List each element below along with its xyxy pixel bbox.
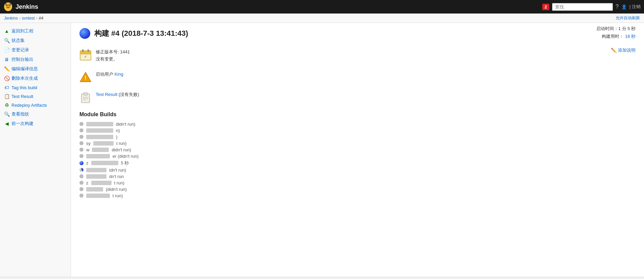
changes-icon: 📄 xyxy=(4,47,9,53)
revision-text: 修正版本号: 1441 没有变更。 xyxy=(96,49,130,63)
module-status-dot xyxy=(79,194,84,198)
test-icon: 📋 xyxy=(4,94,9,99)
module-status-dot xyxy=(79,148,84,152)
sidebar-item-prev-build[interactable]: ◀ 前一次构建 xyxy=(0,119,71,128)
layout: ▲ 返回到工程 🔍 状态集 📄 变更记录 🖥 控制台输出 ✏️ 编辑编译信息 🚫… xyxy=(0,23,644,277)
test-result-info-item: Test Result (没有失败) xyxy=(79,90,636,105)
sidebar-item-return-to-project[interactable]: ▲ 返回到工程 xyxy=(0,26,71,36)
svg-point-1 xyxy=(6,3,10,9)
breadcrumb-build-num: #4 xyxy=(39,16,43,21)
sidebar-item-console[interactable]: 🖥 控制台输出 xyxy=(0,55,71,64)
revision-title: 修正版本号: 1441 xyxy=(96,49,130,56)
module-suffix: (didn't run) xyxy=(106,187,127,192)
svg-rect-15 xyxy=(84,93,88,95)
build-status-sphere xyxy=(79,28,90,39)
test-result-text: Test Result (没有失败) xyxy=(96,91,139,98)
delete-icon: 🚫 xyxy=(4,76,9,81)
breadcrumb-svntest[interactable]: svntest xyxy=(22,16,35,21)
sidebar-item-fingerprints[interactable]: 🔍 查看指纹 xyxy=(0,109,71,119)
module-status-dot xyxy=(79,154,84,158)
footer: https://blog.csdn.net/qq_36014509 xyxy=(0,277,644,279)
breadcrumb-right: 允许自动刷新 xyxy=(616,15,640,21)
navbar-left: Jenkins xyxy=(3,2,38,11)
module-item: w didn't run) xyxy=(79,147,636,153)
redeploy-icon: ♻ xyxy=(4,102,9,108)
sidebar-item-test-result[interactable]: 📋 Test Result xyxy=(0,92,71,101)
breadcrumb-jenkins[interactable]: Jenkins xyxy=(4,16,18,21)
trigger-info-item: ! 启动用户 King xyxy=(79,70,636,84)
build-info-section: ✓ 修正版本号: 1441 没有变更。 ! 启动用户 xyxy=(79,47,636,105)
svg-rect-7 xyxy=(80,51,91,54)
module-suffix: n) xyxy=(116,128,120,133)
sidebar-label-delete: 删除本次生成 xyxy=(11,75,38,81)
page-header: 构建 #4 (2018-7-3 13:41:43) xyxy=(79,28,596,39)
sidebar-item-tag-build[interactable]: 🏷 Tag this build xyxy=(0,83,71,92)
build-time-link[interactable]: 18 秒 xyxy=(625,34,636,39)
sidebar-item-redeploy[interactable]: ♻ Redeploy Artifacts xyxy=(0,101,71,109)
module-suffix: dn't run xyxy=(109,174,124,179)
warning-icon: ! xyxy=(79,71,92,83)
module-status-dot xyxy=(79,161,84,165)
module-builds-section: Module Builds didn't run) n) ) sy t run) xyxy=(79,111,636,199)
test-result-link[interactable]: Test Result xyxy=(96,92,117,97)
trigger-label: 启动用户 xyxy=(96,72,113,77)
sidebar-label-fingerprints: 查看指纹 xyxy=(11,111,29,117)
module-status-dot xyxy=(79,122,84,126)
edit-icon: ✏️ xyxy=(4,66,9,72)
module-name-redacted xyxy=(86,168,106,172)
sidebar-label-status: 状态集 xyxy=(11,37,25,44)
svg-text:✓: ✓ xyxy=(84,55,87,58)
module-item: n) xyxy=(79,127,636,134)
module-item: t run) xyxy=(79,193,636,199)
add-description-link[interactable]: ✏️ 添加说明 xyxy=(611,47,636,53)
module-name-redacted xyxy=(86,135,113,139)
module-suffix: 5 秒 xyxy=(121,160,129,166)
sidebar-item-edit-build[interactable]: ✏️ 编辑编译信息 xyxy=(0,64,71,74)
test-result-suffix: (没有失败) xyxy=(119,92,139,97)
build-stats: 启动时间：1 分 5 秒 构建用时： 18 秒 xyxy=(596,25,636,41)
sidebar-item-status[interactable]: 🔍 状态集 xyxy=(0,36,71,45)
module-name-redacted xyxy=(91,181,112,185)
sidebar-label-prev-build: 前一次构建 xyxy=(11,121,33,127)
module-prefix: z xyxy=(86,160,89,166)
sidebar-item-delete[interactable]: 🚫 删除本次生成 xyxy=(0,74,71,83)
navbar-title: Jenkins xyxy=(16,3,38,10)
svg-point-3 xyxy=(9,5,10,6)
sidebar-label-edit: 编辑编译信息 xyxy=(11,66,38,72)
breadcrumb-left: Jenkins › svntest › #4 xyxy=(4,16,43,21)
allow-auto-refresh-link[interactable]: 允许自动刷新 xyxy=(616,16,640,20)
notification-badge[interactable]: 2 xyxy=(542,4,549,10)
module-name-redacted xyxy=(86,154,110,158)
module-prefix: z xyxy=(86,180,89,185)
revision-info-item: ✓ 修正版本号: 1441 没有变更。 xyxy=(79,47,611,64)
sidebar-item-changes[interactable]: 📄 变更记录 xyxy=(0,45,71,55)
module-status-dot xyxy=(79,187,84,191)
add-description-label: 添加说明 xyxy=(618,47,636,53)
module-prefix: sy xyxy=(86,141,91,146)
search-input[interactable] xyxy=(552,3,613,11)
revision-subtitle: 没有变更。 xyxy=(96,56,130,63)
logout-button[interactable]: | 注销 xyxy=(629,4,641,10)
main-content: 启动时间：1 分 5 秒 构建用时： 18 秒 构建 #4 (2018-7-3 … xyxy=(71,23,644,277)
clipboard-icon xyxy=(79,91,92,103)
module-prefix: w xyxy=(86,147,89,152)
module-item: sy t run) xyxy=(79,140,636,147)
sidebar-label-changes: 变更记录 xyxy=(11,47,29,53)
trigger-user-link[interactable]: King xyxy=(115,72,123,77)
module-item: (didn't run) xyxy=(79,186,636,193)
sidebar-label-tag: Tag this build xyxy=(11,85,37,90)
module-suffix: t run) xyxy=(116,141,126,146)
module-name-redacted xyxy=(86,187,103,192)
user-label[interactable]: 👤 xyxy=(621,4,627,9)
module-status-dot xyxy=(79,174,84,178)
module-item: z 5 秒 xyxy=(79,159,636,167)
module-suffix: idn't run) xyxy=(109,168,126,173)
module-name-redacted xyxy=(86,128,113,133)
module-item: ) xyxy=(79,134,636,140)
sidebar-label-redeploy: Redeploy Artifacts xyxy=(11,103,47,108)
console-icon: 🖥 xyxy=(4,57,9,62)
navbar: Jenkins 2 ? 👤 | 注销 xyxy=(0,0,644,14)
help-icon[interactable]: ? xyxy=(616,4,619,10)
breadcrumb: Jenkins › svntest › #4 允许自动刷新 xyxy=(0,14,644,23)
trigger-text: 启动用户 King xyxy=(96,71,123,78)
